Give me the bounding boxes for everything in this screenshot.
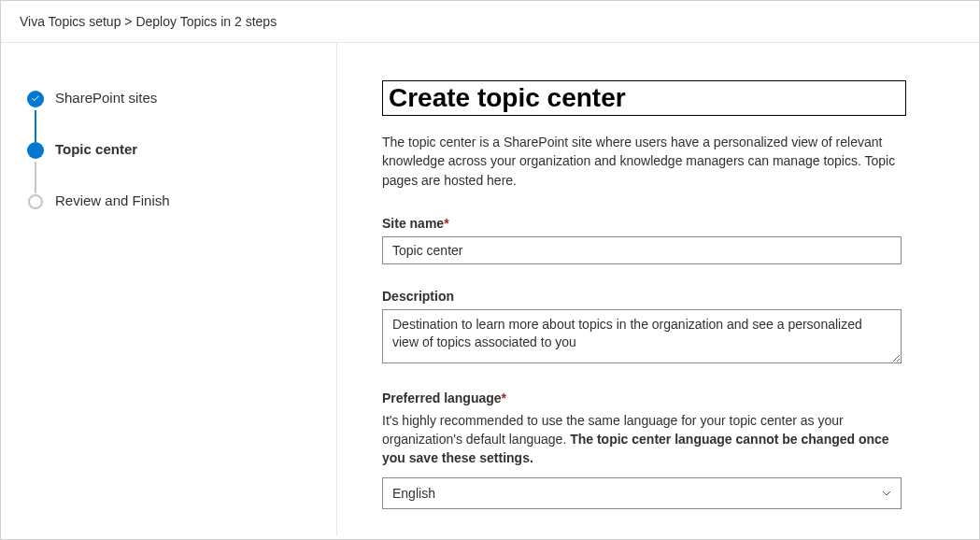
description-group: Description Destination to learn more ab…	[382, 289, 906, 366]
checkmark-icon	[27, 91, 44, 107]
step-topic-center[interactable]: Topic center	[27, 141, 336, 192]
page-description: The topic center is a SharePoint site wh…	[382, 133, 906, 190]
site-name-label: Site name*	[382, 216, 906, 231]
site-name-group: Site name*	[382, 216, 906, 264]
step-sharepoint-sites[interactable]: SharePoint sites	[27, 90, 336, 141]
required-indicator: *	[444, 216, 448, 231]
step-label: SharePoint sites	[55, 90, 157, 106]
step-connector	[35, 110, 36, 142]
breadcrumb-level2: Deploy Topics in 2 steps	[135, 14, 277, 29]
language-select-wrapper: English	[382, 477, 902, 509]
language-select[interactable]: English	[382, 477, 902, 509]
main-content: Create topic center The topic center is …	[337, 43, 979, 536]
breadcrumb-level1[interactable]: Viva Topics setup	[20, 14, 121, 29]
current-step-icon	[27, 142, 44, 159]
breadcrumb-separator: >	[124, 14, 132, 29]
description-label: Description	[382, 289, 906, 304]
language-help-text: It's highly recommended to use the same …	[382, 411, 902, 468]
description-input[interactable]: Destination to learn more about topics i…	[382, 309, 902, 363]
step-connector	[35, 162, 36, 193]
step-review-and-finish[interactable]: Review and Finish	[27, 192, 336, 208]
breadcrumb: Viva Topics setup > Deploy Topics in 2 s…	[1, 1, 979, 43]
wizard-steps-sidebar: SharePoint sites Topic center Review and…	[1, 43, 337, 536]
required-indicator: *	[502, 391, 506, 405]
language-group: Preferred language* It's highly recommen…	[382, 391, 906, 509]
step-label: Review and Finish	[55, 192, 170, 208]
site-name-input[interactable]	[382, 236, 902, 264]
step-label: Topic center	[55, 141, 137, 157]
page-title: Create topic center	[382, 80, 906, 116]
pending-step-icon	[28, 194, 43, 209]
language-label: Preferred language*	[382, 391, 906, 405]
